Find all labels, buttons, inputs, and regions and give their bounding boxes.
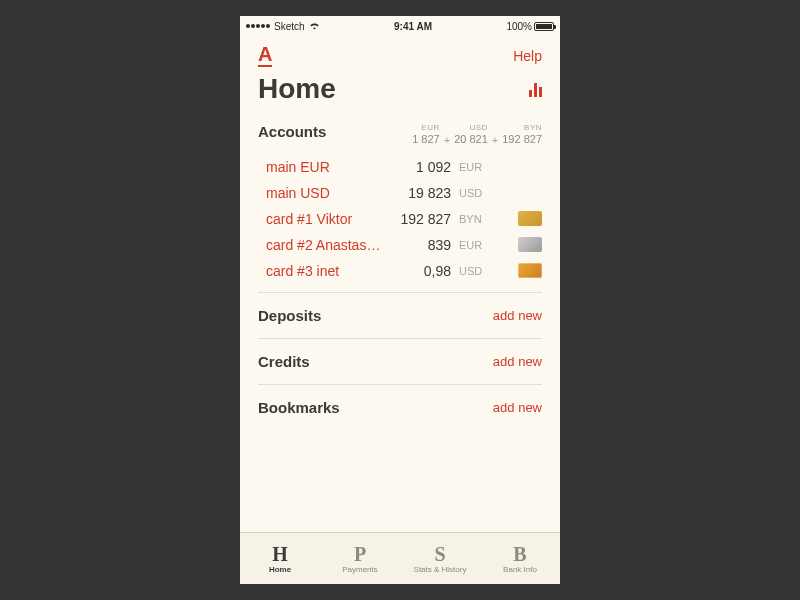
tab-glyph: S xyxy=(434,544,445,564)
content-area: Accounts EUR 1 827 + USD 20 821 + BYN 19… xyxy=(240,113,560,532)
bookmarks-section: Bookmarks add new xyxy=(258,385,542,430)
account-name: card #3 inet xyxy=(266,263,381,279)
account-currency: EUR xyxy=(459,161,487,173)
plus-separator: + xyxy=(444,134,450,146)
total-value: 1 827 xyxy=(412,133,440,146)
title-row: Home xyxy=(240,67,560,113)
account-currency: BYN xyxy=(459,213,487,225)
add-deposit-link[interactable]: add new xyxy=(493,308,542,323)
add-credit-link[interactable]: add new xyxy=(493,354,542,369)
account-currency: EUR xyxy=(459,239,487,251)
accounts-title: Accounts xyxy=(258,123,326,140)
app-header: A Help xyxy=(240,36,560,67)
tab-stats[interactable]: S Stats & History xyxy=(400,533,480,584)
account-name: main USD xyxy=(266,185,381,201)
card-thumbnail-icon xyxy=(518,263,542,278)
accounts-header: Accounts EUR 1 827 + USD 20 821 + BYN 19… xyxy=(258,113,542,154)
plus-separator: + xyxy=(492,134,498,146)
status-time: 9:41 AM xyxy=(394,21,432,32)
tab-glyph: H xyxy=(272,544,288,564)
phone-frame: Sketch 9:41 AM 100% A Help Home Accounts… xyxy=(240,16,560,584)
battery-icon xyxy=(534,22,554,31)
account-row[interactable]: main USD 19 823 USD xyxy=(258,180,542,206)
total-currency: BYN xyxy=(502,123,542,133)
total-currency: EUR xyxy=(412,123,440,133)
account-row[interactable]: card #1 Viktor 192 827 BYN xyxy=(258,206,542,232)
account-amount: 0,98 xyxy=(389,263,451,279)
accounts-totals: EUR 1 827 + USD 20 821 + BYN 192 827 xyxy=(412,123,542,146)
tab-home[interactable]: H Home xyxy=(240,533,320,584)
credits-section: Credits add new xyxy=(258,339,542,385)
account-amount: 19 823 xyxy=(389,185,451,201)
app-logo[interactable]: A xyxy=(258,44,272,67)
total-value: 192 827 xyxy=(502,133,542,146)
credits-title: Credits xyxy=(258,353,310,370)
tab-glyph: B xyxy=(513,544,526,564)
account-currency: USD xyxy=(459,265,487,277)
accounts-list: main EUR 1 092 EUR main USD 19 823 USD c… xyxy=(258,154,542,284)
tab-payments[interactable]: P Payments xyxy=(320,533,400,584)
total-currency: USD xyxy=(454,123,488,133)
account-amount: 192 827 xyxy=(389,211,451,227)
tab-bar: H Home P Payments S Stats & History B Ba… xyxy=(240,532,560,584)
account-row[interactable]: card #2 Anastasiya 839 EUR xyxy=(258,232,542,258)
carrier-label: Sketch xyxy=(274,21,305,32)
account-row[interactable]: card #3 inet 0,98 USD xyxy=(258,258,542,284)
tab-label: Stats & History xyxy=(414,565,467,574)
account-amount: 1 092 xyxy=(389,159,451,175)
tab-label: Bank Info xyxy=(503,565,537,574)
tab-bank-info[interactable]: B Bank Info xyxy=(480,533,560,584)
tab-glyph: P xyxy=(354,544,366,564)
account-name: main EUR xyxy=(266,159,381,175)
status-bar: Sketch 9:41 AM 100% xyxy=(240,16,560,36)
tab-label: Home xyxy=(269,565,291,574)
total-value: 20 821 xyxy=(454,133,488,146)
card-thumbnail-icon xyxy=(518,237,542,252)
battery-percent: 100% xyxy=(506,21,532,32)
bookmarks-title: Bookmarks xyxy=(258,399,340,416)
page-title: Home xyxy=(258,73,336,105)
stats-icon[interactable] xyxy=(529,81,542,97)
deposits-section: Deposits add new xyxy=(258,293,542,339)
account-currency: USD xyxy=(459,187,487,199)
deposits-title: Deposits xyxy=(258,307,321,324)
add-bookmark-link[interactable]: add new xyxy=(493,400,542,415)
account-name: card #1 Viktor xyxy=(266,211,381,227)
card-thumbnail-icon xyxy=(518,211,542,226)
tab-label: Payments xyxy=(342,565,378,574)
help-link[interactable]: Help xyxy=(513,48,542,64)
account-row[interactable]: main EUR 1 092 EUR xyxy=(258,154,542,180)
account-name: card #2 Anastasiya xyxy=(266,237,381,253)
signal-dots-icon xyxy=(246,24,270,28)
account-amount: 839 xyxy=(389,237,451,253)
wifi-icon xyxy=(309,21,320,32)
